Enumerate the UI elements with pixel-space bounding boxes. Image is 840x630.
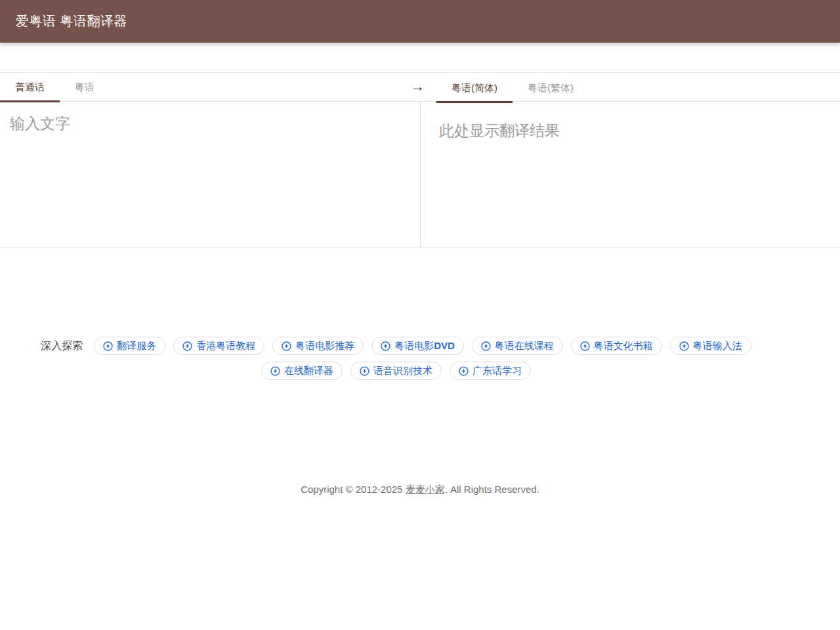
lightning-circle-icon <box>282 341 291 351</box>
explore-tag-label: 粤语文化书籍 <box>594 340 653 352</box>
explore-tag-label: 香港粤语教程 <box>196 340 255 352</box>
explore-tag-label: 广东话学习 <box>472 365 522 377</box>
page-title: 爱粤语 粤语翻译器 <box>16 12 127 30</box>
tab-source-0[interactable]: 普通话 <box>0 73 60 102</box>
explore-tag-label: 粤语在线课程 <box>495 340 554 352</box>
explore-tag-8[interactable]: 语音识别技术 <box>350 362 442 380</box>
translate-panels: 此处显示翻译结果 <box>0 102 840 247</box>
copyright-suffix: . All Rights Reserved. <box>445 484 539 495</box>
lightning-circle-icon <box>459 366 469 376</box>
lightning-circle-icon <box>270 366 280 376</box>
explore-tag-3[interactable]: 粤语电影DVD <box>371 337 464 355</box>
target-language-tabs: 粤语(简体)粤语(繁体) <box>436 74 589 102</box>
lightning-circle-icon <box>182 341 192 351</box>
explore-label: 深入探索 <box>41 339 83 353</box>
translate-direction-arrow-icon: → <box>411 73 425 102</box>
lightning-circle-icon <box>103 341 113 351</box>
explore-tag-5[interactable]: 粤语文化书籍 <box>571 337 662 355</box>
explore-tag-label: 粤语电影DVD <box>394 340 455 352</box>
language-tabbar: 普通话粤语 → 粤语(简体)粤语(繁体) <box>0 72 840 102</box>
footer-site-link[interactable]: 麦麦小家 <box>406 484 445 495</box>
lightning-circle-icon <box>679 341 689 351</box>
tab-target-1[interactable]: 粤语(繁体) <box>513 74 589 102</box>
lightning-circle-icon <box>481 341 491 351</box>
explore-tag-2[interactable]: 粤语电影推荐 <box>272 337 364 355</box>
lightning-circle-icon <box>381 341 390 351</box>
source-text-input[interactable] <box>0 102 420 247</box>
explore-tag-6[interactable]: 粤语输入法 <box>670 337 751 355</box>
explore-tag-label: 粤语输入法 <box>693 340 742 352</box>
explore-tag-0[interactable]: 翻译服务 <box>94 337 165 355</box>
tab-target-0[interactable]: 粤语(简体) <box>436 74 513 102</box>
lightning-circle-icon <box>360 366 369 376</box>
explore-tag-9[interactable]: 广东话学习 <box>450 362 531 380</box>
explore-tag-label: 语音识别技术 <box>373 365 432 377</box>
explore-tag-1[interactable]: 香港粤语教程 <box>173 337 264 355</box>
explore-tag-section: 深入探索 翻译服务香港粤语教程粤语电影推荐粤语电影DVD粤语在线课程粤语文化书籍… <box>10 337 782 380</box>
footer: Copyright © 2012-2025 麦麦小家. All Rights R… <box>0 484 840 496</box>
explore-tag-label: 粤语电影推荐 <box>295 340 354 352</box>
tab-source-1[interactable]: 粤语 <box>60 73 110 102</box>
translation-output-placeholder: 此处显示翻译结果 <box>439 121 822 141</box>
translation-output-panel: 此处显示翻译结果 <box>420 102 840 247</box>
explore-tag-label: 翻译服务 <box>117 340 156 352</box>
copyright-prefix: Copyright © 2012-2025 <box>301 484 406 495</box>
explore-tag-4[interactable]: 粤语在线课程 <box>472 337 563 355</box>
explore-tag-label: 在线翻译器 <box>284 365 333 377</box>
app-header: 爱粤语 粤语翻译器 <box>0 0 840 43</box>
explore-tag-7[interactable]: 在线翻译器 <box>261 362 343 380</box>
lightning-circle-icon <box>580 341 590 351</box>
